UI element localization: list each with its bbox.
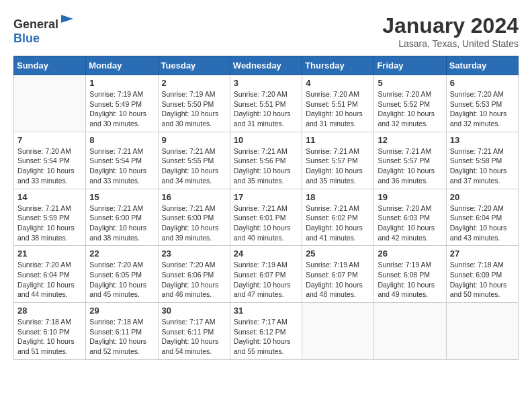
day-info: Sunrise: 7:20 AM Sunset: 5:51 PM Dayligh… [234,89,298,129]
calendar-cell: 1Sunrise: 7:19 AM Sunset: 5:49 PM Daylig… [86,75,158,132]
calendar-cell: 14Sunrise: 7:21 AM Sunset: 5:59 PM Dayli… [14,189,86,246]
day-number: 10 [234,135,298,145]
calendar-cell: 21Sunrise: 7:20 AM Sunset: 6:04 PM Dayli… [14,246,86,303]
day-number: 13 [450,135,515,145]
page-header: General Blue January 2024 Lasara, Texas,… [13,13,519,49]
day-info: Sunrise: 7:20 AM Sunset: 5:53 PM Dayligh… [450,89,515,129]
col-tuesday: Tuesday [158,56,230,75]
calendar-cell: 17Sunrise: 7:21 AM Sunset: 6:01 PM Dayli… [230,189,302,246]
day-number: 8 [89,135,154,145]
day-number: 25 [306,248,370,259]
calendar-week-row: 1Sunrise: 7:19 AM Sunset: 5:49 PM Daylig… [14,75,519,132]
calendar-cell: 10Sunrise: 7:21 AM Sunset: 5:56 PM Dayli… [230,132,302,189]
day-number: 14 [17,192,82,202]
calendar-cell: 23Sunrise: 7:20 AM Sunset: 6:06 PM Dayli… [158,246,230,303]
calendar-cell: 5Sunrise: 7:20 AM Sunset: 5:52 PM Daylig… [374,75,446,132]
day-number: 11 [306,135,370,145]
day-number: 1 [89,78,154,88]
calendar-cell: 7Sunrise: 7:20 AM Sunset: 5:54 PM Daylig… [14,132,86,189]
day-number: 6 [450,78,515,88]
calendar-cell: 2Sunrise: 7:19 AM Sunset: 5:50 PM Daylig… [158,75,230,132]
col-sunday: Sunday [14,56,86,75]
day-info: Sunrise: 7:21 AM Sunset: 5:58 PM Dayligh… [450,146,515,186]
calendar-table: Sunday Monday Tuesday Wednesday Thursday… [13,56,519,360]
calendar-week-row: 28Sunrise: 7:18 AM Sunset: 6:10 PM Dayli… [14,303,519,360]
day-info: Sunrise: 7:21 AM Sunset: 6:00 PM Dayligh… [162,203,226,243]
calendar-cell: 4Sunrise: 7:20 AM Sunset: 5:51 PM Daylig… [302,75,374,132]
day-info: Sunrise: 7:20 AM Sunset: 6:03 PM Dayligh… [378,203,442,243]
calendar-week-row: 14Sunrise: 7:21 AM Sunset: 5:59 PM Dayli… [14,189,519,246]
calendar-cell [374,303,446,360]
day-number: 26 [378,248,442,259]
day-number: 15 [89,192,154,202]
col-friday: Friday [374,56,446,75]
day-number: 18 [306,192,370,202]
calendar-cell: 16Sunrise: 7:21 AM Sunset: 6:00 PM Dayli… [158,189,230,246]
day-number: 27 [450,248,515,259]
day-number: 5 [378,78,442,88]
day-info: Sunrise: 7:18 AM Sunset: 6:10 PM Dayligh… [17,317,82,357]
day-info: Sunrise: 7:21 AM Sunset: 5:57 PM Dayligh… [306,146,370,186]
day-number: 7 [17,135,82,145]
day-number: 4 [306,78,370,88]
calendar-cell: 26Sunrise: 7:19 AM Sunset: 6:08 PM Dayli… [374,246,446,303]
title-section: January 2024 Lasara, Texas, United State… [382,13,519,49]
col-saturday: Saturday [446,56,518,75]
day-number: 24 [234,248,298,259]
day-info: Sunrise: 7:20 AM Sunset: 5:51 PM Dayligh… [306,89,370,129]
calendar-cell: 22Sunrise: 7:20 AM Sunset: 6:05 PM Dayli… [86,246,158,303]
calendar-cell: 29Sunrise: 7:18 AM Sunset: 6:11 PM Dayli… [86,303,158,360]
logo-text-blue: Blue [13,32,40,45]
logo-flag-icon [60,13,75,28]
logo-text-general: General [13,17,58,31]
calendar-cell: 6Sunrise: 7:20 AM Sunset: 5:53 PM Daylig… [446,75,518,132]
day-number: 22 [89,248,154,259]
day-info: Sunrise: 7:19 AM Sunset: 5:50 PM Dayligh… [162,89,226,129]
day-info: Sunrise: 7:17 AM Sunset: 6:12 PM Dayligh… [234,317,298,357]
calendar-cell: 27Sunrise: 7:18 AM Sunset: 6:09 PM Dayli… [446,246,518,303]
day-info: Sunrise: 7:21 AM Sunset: 5:59 PM Dayligh… [17,203,82,243]
col-wednesday: Wednesday [230,56,302,75]
logo: General Blue [13,13,75,46]
day-info: Sunrise: 7:21 AM Sunset: 5:54 PM Dayligh… [89,146,154,186]
calendar-cell: 19Sunrise: 7:20 AM Sunset: 6:03 PM Dayli… [374,189,446,246]
day-number: 29 [89,306,154,316]
calendar-cell: 15Sunrise: 7:21 AM Sunset: 6:00 PM Dayli… [86,189,158,246]
day-number: 12 [378,135,442,145]
calendar-cell: 25Sunrise: 7:19 AM Sunset: 6:07 PM Dayli… [302,246,374,303]
day-number: 3 [234,78,298,88]
day-info: Sunrise: 7:20 AM Sunset: 6:04 PM Dayligh… [17,260,82,300]
day-number: 20 [450,192,515,202]
col-thursday: Thursday [302,56,374,75]
calendar-cell: 8Sunrise: 7:21 AM Sunset: 5:54 PM Daylig… [86,132,158,189]
calendar-cell: 13Sunrise: 7:21 AM Sunset: 5:58 PM Dayli… [446,132,518,189]
calendar-cell: 3Sunrise: 7:20 AM Sunset: 5:51 PM Daylig… [230,75,302,132]
day-info: Sunrise: 7:21 AM Sunset: 5:56 PM Dayligh… [234,146,298,186]
day-info: Sunrise: 7:18 AM Sunset: 6:09 PM Dayligh… [450,260,515,300]
day-info: Sunrise: 7:17 AM Sunset: 6:11 PM Dayligh… [162,317,226,357]
day-info: Sunrise: 7:19 AM Sunset: 5:49 PM Dayligh… [89,89,154,129]
calendar-cell: 9Sunrise: 7:21 AM Sunset: 5:55 PM Daylig… [158,132,230,189]
day-info: Sunrise: 7:21 AM Sunset: 6:00 PM Dayligh… [89,203,154,243]
calendar-cell: 11Sunrise: 7:21 AM Sunset: 5:57 PM Dayli… [302,132,374,189]
day-info: Sunrise: 7:19 AM Sunset: 6:08 PM Dayligh… [378,260,442,300]
day-number: 30 [162,306,226,316]
calendar-cell [302,303,374,360]
col-monday: Monday [86,56,158,75]
day-info: Sunrise: 7:20 AM Sunset: 6:04 PM Dayligh… [450,203,515,243]
day-info: Sunrise: 7:18 AM Sunset: 6:11 PM Dayligh… [89,317,154,357]
calendar-cell: 30Sunrise: 7:17 AM Sunset: 6:11 PM Dayli… [158,303,230,360]
day-info: Sunrise: 7:21 AM Sunset: 6:01 PM Dayligh… [234,203,298,243]
day-info: Sunrise: 7:21 AM Sunset: 5:57 PM Dayligh… [378,146,442,186]
day-number: 28 [17,306,82,316]
day-number: 21 [17,248,82,259]
day-number: 2 [162,78,226,88]
day-info: Sunrise: 7:21 AM Sunset: 5:55 PM Dayligh… [162,146,226,186]
day-info: Sunrise: 7:20 AM Sunset: 5:52 PM Dayligh… [378,89,442,129]
day-number: 17 [234,192,298,202]
calendar-header-row: Sunday Monday Tuesday Wednesday Thursday… [14,56,519,75]
day-number: 19 [378,192,442,202]
day-number: 31 [234,306,298,316]
day-number: 23 [162,248,226,259]
calendar-week-row: 21Sunrise: 7:20 AM Sunset: 6:04 PM Dayli… [14,246,519,303]
